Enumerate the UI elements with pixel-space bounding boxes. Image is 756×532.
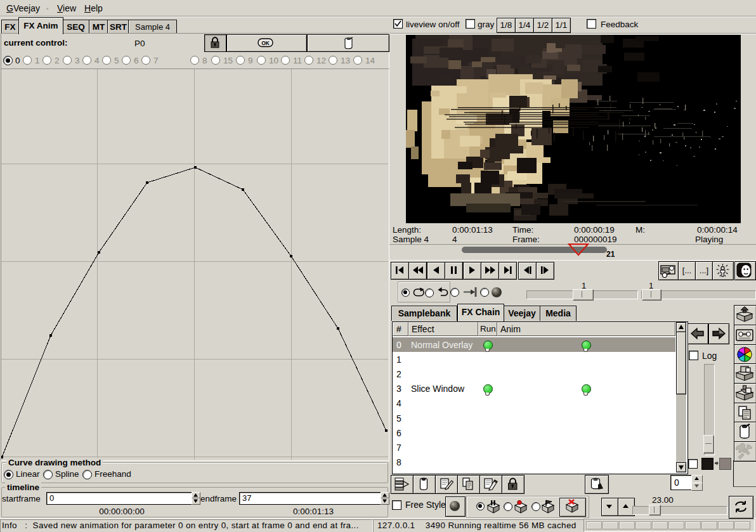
- svg-text:OK: OK: [261, 40, 270, 46]
